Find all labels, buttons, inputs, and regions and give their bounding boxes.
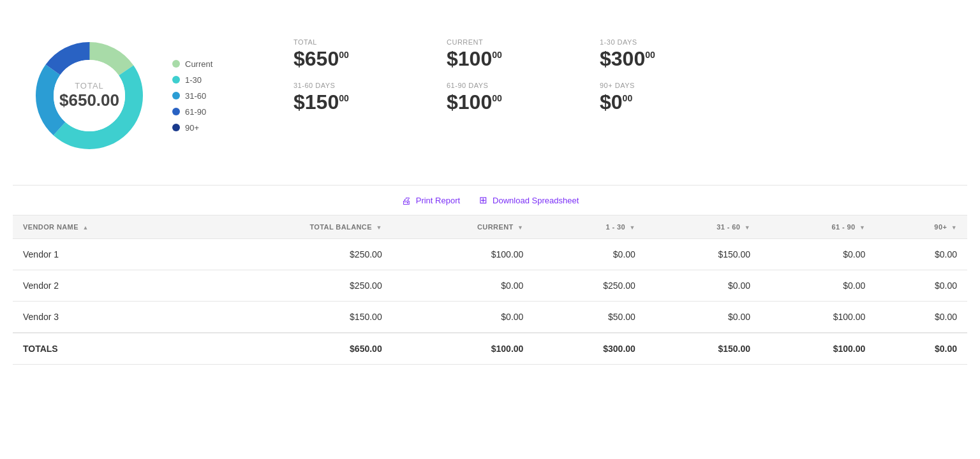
vendor-2-name: Vendor 2 [13, 270, 195, 302]
vendor-1-1-30: $0.00 [533, 239, 645, 270]
chart-area: TOTAL $650.00 Current 1-30 31-60 [26, 32, 255, 159]
actions-bar: 🖨 Print Report ⊞ Download Spreadsheet [13, 186, 967, 215]
stat-61-90-cents: 00 [492, 93, 502, 103]
stats-grid: TOTAL $65000 CURRENT $10000 1-30 DAYS $3… [293, 32, 727, 112]
vendor-1-current: $100.00 [392, 239, 534, 270]
vendor-1-name: Vendor 1 [13, 239, 195, 270]
legend-dot-61-90 [172, 108, 180, 115]
sort-arrow-61-90: ▼ [859, 224, 865, 231]
vendor-3-31-60: $0.00 [646, 302, 761, 333]
top-section: TOTAL $650.00 Current 1-30 31-60 [13, 19, 967, 185]
totals-61-90: $100.00 [761, 333, 875, 365]
legend-dot-1-30 [172, 76, 180, 84]
legend-item-31-60: 31-60 [172, 91, 212, 101]
print-report-label: Print Report [416, 196, 460, 205]
stat-90plus-cents: 00 [623, 93, 633, 103]
stat-current-value: $100 [447, 47, 492, 70]
vendor-2-total: $250.00 [195, 270, 392, 302]
totals-31-60: $150.00 [646, 333, 761, 365]
legend-dot-31-60 [172, 92, 180, 99]
stat-90plus: 90+ DAYS $000 [600, 82, 727, 112]
stat-current-cents: 00 [492, 50, 502, 60]
stat-1-30-cents: 00 [645, 50, 655, 60]
col-total-balance[interactable]: TOTAL BALANCE ▼ [195, 215, 392, 239]
sort-arrow-90plus: ▼ [951, 224, 957, 231]
sort-arrow-vendor: ▲ [82, 224, 88, 231]
download-spreadsheet-button[interactable]: ⊞ Download Spreadsheet [479, 194, 579, 206]
legend-label-current: Current [185, 59, 212, 69]
vendor-1-90plus: $0.00 [875, 239, 967, 270]
table-header-row: VENDOR NAME ▲ TOTAL BALANCE ▼ CURRENT ▼ … [13, 215, 967, 239]
legend-item-61-90: 61-90 [172, 107, 212, 117]
totals-row: TOTALS $650.00 $100.00 $300.00 $150.00 $… [13, 333, 967, 365]
col-31-60[interactable]: 31 - 60 ▼ [646, 215, 761, 239]
stat-total-cents: 00 [339, 50, 349, 60]
print-report-button[interactable]: 🖨 Print Report [401, 195, 460, 206]
col-61-90[interactable]: 61 - 90 ▼ [761, 215, 875, 239]
vendor-3-61-90: $100.00 [761, 302, 875, 333]
legend-label-61-90: 61-90 [185, 107, 206, 117]
main-container: TOTAL $650.00 Current 1-30 31-60 [0, 0, 980, 459]
legend-label-31-60: 31-60 [185, 91, 206, 101]
totals-label: TOTALS [13, 333, 195, 365]
stat-61-90-value: $100 [447, 91, 492, 113]
legend-dot-current [172, 60, 180, 68]
col-90plus[interactable]: 90+ ▼ [875, 215, 967, 239]
sort-arrow-total: ▼ [376, 224, 382, 231]
vendor-1-total: $250.00 [195, 239, 392, 270]
legend-item-1-30: 1-30 [172, 75, 212, 85]
vendor-3-name: Vendor 3 [13, 302, 195, 333]
vendor-table: VENDOR NAME ▲ TOTAL BALANCE ▼ CURRENT ▼ … [13, 215, 967, 365]
vendor-2-61-90: $0.00 [761, 270, 875, 302]
vendor-1-61-90: $0.00 [761, 239, 875, 270]
stat-1-30: 1-30 DAYS $30000 [600, 38, 727, 69]
sort-arrow-31-60: ▼ [745, 224, 750, 231]
table-row: Vendor 3 $150.00 $0.00 $50.00 $0.00 $100… [13, 302, 967, 333]
vendor-3-total: $150.00 [195, 302, 392, 333]
stat-31-60-cents: 00 [339, 93, 349, 103]
stat-1-30-value: $300 [600, 47, 645, 70]
legend-dot-90plus [172, 124, 180, 131]
vendor-1-31-60: $150.00 [646, 239, 761, 270]
legend-item-current: Current [172, 59, 212, 69]
donut-chart: TOTAL $650.00 [26, 32, 153, 159]
col-1-30[interactable]: 1 - 30 ▼ [533, 215, 645, 239]
stat-90plus-value: $0 [600, 91, 623, 113]
stat-31-60-value: $150 [293, 91, 339, 113]
stat-31-60: 31-60 DAYS $15000 [293, 82, 421, 112]
vendor-3-90plus: $0.00 [875, 302, 967, 333]
donut-total-value: $650.00 [59, 91, 119, 110]
vendor-2-90plus: $0.00 [875, 270, 967, 302]
table-row: Vendor 2 $250.00 $0.00 $250.00 $0.00 $0.… [13, 270, 967, 302]
vendor-2-1-30: $250.00 [533, 270, 645, 302]
vendor-2-31-60: $0.00 [646, 270, 761, 302]
sort-arrow-1-30: ▼ [630, 224, 635, 231]
download-spreadsheet-label: Download Spreadsheet [493, 196, 579, 205]
stat-total: TOTAL $65000 [293, 38, 421, 69]
totals-current: $100.00 [392, 333, 534, 365]
vendor-3-1-30: $50.00 [533, 302, 645, 333]
stat-total-value: $650 [293, 47, 339, 70]
table-row: Vendor 1 $250.00 $100.00 $0.00 $150.00 $… [13, 239, 967, 270]
stat-current: CURRENT $10000 [447, 38, 574, 69]
donut-center: TOTAL $650.00 [59, 81, 119, 110]
vendor-3-current: $0.00 [392, 302, 534, 333]
totals-1-30: $300.00 [533, 333, 645, 365]
data-table-wrapper: VENDOR NAME ▲ TOTAL BALANCE ▼ CURRENT ▼ … [13, 215, 967, 365]
stat-61-90: 61-90 DAYS $10000 [447, 82, 574, 112]
legend-label-1-30: 1-30 [185, 75, 202, 85]
col-current[interactable]: CURRENT ▼ [392, 215, 534, 239]
sort-arrow-current: ▼ [517, 224, 523, 231]
spreadsheet-icon: ⊞ [479, 194, 487, 206]
legend-item-90plus: 90+ [172, 123, 212, 133]
totals-total: $650.00 [195, 333, 392, 365]
col-vendor-name[interactable]: VENDOR NAME ▲ [13, 215, 195, 239]
totals-90plus: $0.00 [875, 333, 967, 365]
legend-label-90plus: 90+ [185, 123, 199, 133]
donut-total-label: TOTAL [59, 81, 119, 91]
print-icon: 🖨 [401, 195, 411, 206]
vendor-2-current: $0.00 [392, 270, 534, 302]
chart-legend: Current 1-30 31-60 61-90 90+ [172, 59, 212, 133]
